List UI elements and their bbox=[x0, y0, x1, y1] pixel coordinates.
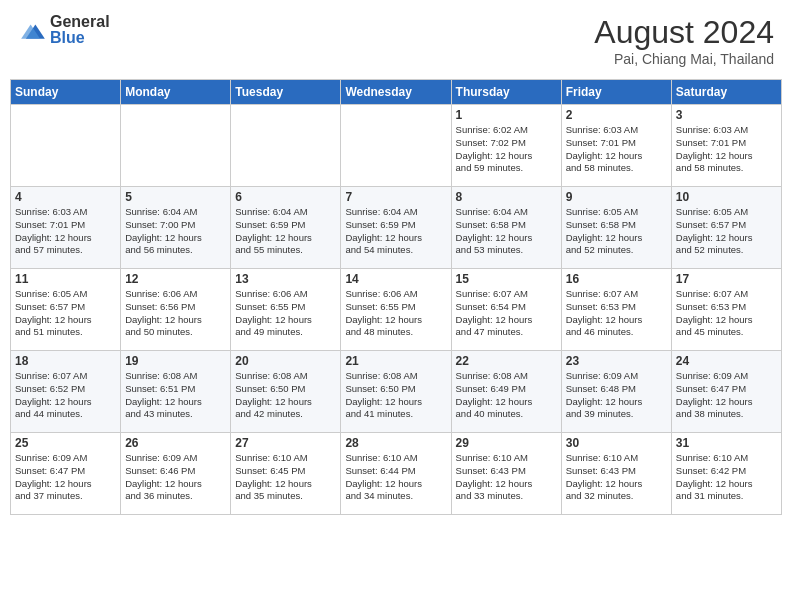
days-header-row: Sunday Monday Tuesday Wednesday Thursday… bbox=[11, 80, 782, 105]
cell-info: Sunrise: 6:07 AMSunset: 6:52 PMDaylight:… bbox=[15, 370, 116, 421]
day-number: 22 bbox=[456, 354, 557, 368]
cell-info: Sunrise: 6:08 AMSunset: 6:50 PMDaylight:… bbox=[235, 370, 336, 421]
day-number: 3 bbox=[676, 108, 777, 122]
day-number: 14 bbox=[345, 272, 446, 286]
cell-info: Sunrise: 6:03 AMSunset: 7:01 PMDaylight:… bbox=[566, 124, 667, 175]
calendar-cell: 6Sunrise: 6:04 AMSunset: 6:59 PMDaylight… bbox=[231, 187, 341, 269]
day-number: 8 bbox=[456, 190, 557, 204]
cell-info: Sunrise: 6:03 AMSunset: 7:01 PMDaylight:… bbox=[15, 206, 116, 257]
calendar-cell: 13Sunrise: 6:06 AMSunset: 6:55 PMDayligh… bbox=[231, 269, 341, 351]
cell-info: Sunrise: 6:04 AMSunset: 6:59 PMDaylight:… bbox=[345, 206, 446, 257]
calendar-cell: 30Sunrise: 6:10 AMSunset: 6:43 PMDayligh… bbox=[561, 433, 671, 515]
calendar-cell: 31Sunrise: 6:10 AMSunset: 6:42 PMDayligh… bbox=[671, 433, 781, 515]
cell-info: Sunrise: 6:10 AMSunset: 6:44 PMDaylight:… bbox=[345, 452, 446, 503]
calendar-cell: 3Sunrise: 6:03 AMSunset: 7:01 PMDaylight… bbox=[671, 105, 781, 187]
day-number: 21 bbox=[345, 354, 446, 368]
day-number: 5 bbox=[125, 190, 226, 204]
cell-info: Sunrise: 6:10 AMSunset: 6:45 PMDaylight:… bbox=[235, 452, 336, 503]
cell-info: Sunrise: 6:08 AMSunset: 6:51 PMDaylight:… bbox=[125, 370, 226, 421]
calendar-cell bbox=[11, 105, 121, 187]
calendar-week-row: 1Sunrise: 6:02 AMSunset: 7:02 PMDaylight… bbox=[11, 105, 782, 187]
calendar-cell: 19Sunrise: 6:08 AMSunset: 6:51 PMDayligh… bbox=[121, 351, 231, 433]
calendar-cell: 22Sunrise: 6:08 AMSunset: 6:49 PMDayligh… bbox=[451, 351, 561, 433]
cell-info: Sunrise: 6:07 AMSunset: 6:54 PMDaylight:… bbox=[456, 288, 557, 339]
cell-info: Sunrise: 6:10 AMSunset: 6:43 PMDaylight:… bbox=[566, 452, 667, 503]
day-number: 4 bbox=[15, 190, 116, 204]
month-year-title: August 2024 bbox=[594, 14, 774, 51]
calendar-cell: 7Sunrise: 6:04 AMSunset: 6:59 PMDaylight… bbox=[341, 187, 451, 269]
calendar-cell: 5Sunrise: 6:04 AMSunset: 7:00 PMDaylight… bbox=[121, 187, 231, 269]
day-number: 29 bbox=[456, 436, 557, 450]
day-number: 27 bbox=[235, 436, 336, 450]
calendar-cell: 10Sunrise: 6:05 AMSunset: 6:57 PMDayligh… bbox=[671, 187, 781, 269]
day-number: 19 bbox=[125, 354, 226, 368]
calendar-cell: 16Sunrise: 6:07 AMSunset: 6:53 PMDayligh… bbox=[561, 269, 671, 351]
day-number: 12 bbox=[125, 272, 226, 286]
day-number: 26 bbox=[125, 436, 226, 450]
calendar-cell: 15Sunrise: 6:07 AMSunset: 6:54 PMDayligh… bbox=[451, 269, 561, 351]
calendar-cell: 25Sunrise: 6:09 AMSunset: 6:47 PMDayligh… bbox=[11, 433, 121, 515]
calendar-cell: 9Sunrise: 6:05 AMSunset: 6:58 PMDaylight… bbox=[561, 187, 671, 269]
day-number: 11 bbox=[15, 272, 116, 286]
cell-info: Sunrise: 6:10 AMSunset: 6:43 PMDaylight:… bbox=[456, 452, 557, 503]
cell-info: Sunrise: 6:05 AMSunset: 6:57 PMDaylight:… bbox=[676, 206, 777, 257]
day-number: 9 bbox=[566, 190, 667, 204]
day-number: 10 bbox=[676, 190, 777, 204]
header-sunday: Sunday bbox=[11, 80, 121, 105]
calendar-cell: 18Sunrise: 6:07 AMSunset: 6:52 PMDayligh… bbox=[11, 351, 121, 433]
calendar-week-row: 25Sunrise: 6:09 AMSunset: 6:47 PMDayligh… bbox=[11, 433, 782, 515]
day-number: 18 bbox=[15, 354, 116, 368]
calendar-cell: 8Sunrise: 6:04 AMSunset: 6:58 PMDaylight… bbox=[451, 187, 561, 269]
calendar-week-row: 18Sunrise: 6:07 AMSunset: 6:52 PMDayligh… bbox=[11, 351, 782, 433]
cell-info: Sunrise: 6:05 AMSunset: 6:57 PMDaylight:… bbox=[15, 288, 116, 339]
day-number: 7 bbox=[345, 190, 446, 204]
day-number: 15 bbox=[456, 272, 557, 286]
header-friday: Friday bbox=[561, 80, 671, 105]
calendar-cell: 14Sunrise: 6:06 AMSunset: 6:55 PMDayligh… bbox=[341, 269, 451, 351]
location-subtitle: Pai, Chiang Mai, Thailand bbox=[594, 51, 774, 67]
cell-info: Sunrise: 6:09 AMSunset: 6:47 PMDaylight:… bbox=[15, 452, 116, 503]
calendar-cell: 29Sunrise: 6:10 AMSunset: 6:43 PMDayligh… bbox=[451, 433, 561, 515]
calendar-cell: 21Sunrise: 6:08 AMSunset: 6:50 PMDayligh… bbox=[341, 351, 451, 433]
calendar-week-row: 11Sunrise: 6:05 AMSunset: 6:57 PMDayligh… bbox=[11, 269, 782, 351]
cell-info: Sunrise: 6:06 AMSunset: 6:55 PMDaylight:… bbox=[345, 288, 446, 339]
day-number: 31 bbox=[676, 436, 777, 450]
cell-info: Sunrise: 6:07 AMSunset: 6:53 PMDaylight:… bbox=[566, 288, 667, 339]
cell-info: Sunrise: 6:04 AMSunset: 7:00 PMDaylight:… bbox=[125, 206, 226, 257]
header-wednesday: Wednesday bbox=[341, 80, 451, 105]
day-number: 1 bbox=[456, 108, 557, 122]
calendar-cell: 27Sunrise: 6:10 AMSunset: 6:45 PMDayligh… bbox=[231, 433, 341, 515]
cell-info: Sunrise: 6:02 AMSunset: 7:02 PMDaylight:… bbox=[456, 124, 557, 175]
calendar-cell: 28Sunrise: 6:10 AMSunset: 6:44 PMDayligh… bbox=[341, 433, 451, 515]
cell-info: Sunrise: 6:10 AMSunset: 6:42 PMDaylight:… bbox=[676, 452, 777, 503]
cell-info: Sunrise: 6:06 AMSunset: 6:56 PMDaylight:… bbox=[125, 288, 226, 339]
calendar-cell bbox=[121, 105, 231, 187]
calendar-cell: 23Sunrise: 6:09 AMSunset: 6:48 PMDayligh… bbox=[561, 351, 671, 433]
cell-info: Sunrise: 6:07 AMSunset: 6:53 PMDaylight:… bbox=[676, 288, 777, 339]
cell-info: Sunrise: 6:06 AMSunset: 6:55 PMDaylight:… bbox=[235, 288, 336, 339]
cell-info: Sunrise: 6:05 AMSunset: 6:58 PMDaylight:… bbox=[566, 206, 667, 257]
page-header: General Blue August 2024 Pai, Chiang Mai… bbox=[10, 10, 782, 71]
header-thursday: Thursday bbox=[451, 80, 561, 105]
day-number: 13 bbox=[235, 272, 336, 286]
logo-icon bbox=[18, 16, 48, 44]
cell-info: Sunrise: 6:08 AMSunset: 6:49 PMDaylight:… bbox=[456, 370, 557, 421]
calendar-cell bbox=[341, 105, 451, 187]
calendar-cell: 24Sunrise: 6:09 AMSunset: 6:47 PMDayligh… bbox=[671, 351, 781, 433]
day-number: 24 bbox=[676, 354, 777, 368]
logo-general-text: General bbox=[50, 14, 110, 30]
calendar-cell: 2Sunrise: 6:03 AMSunset: 7:01 PMDaylight… bbox=[561, 105, 671, 187]
day-number: 20 bbox=[235, 354, 336, 368]
calendar-cell: 4Sunrise: 6:03 AMSunset: 7:01 PMDaylight… bbox=[11, 187, 121, 269]
day-number: 16 bbox=[566, 272, 667, 286]
logo: General Blue bbox=[18, 14, 110, 46]
cell-info: Sunrise: 6:09 AMSunset: 6:47 PMDaylight:… bbox=[676, 370, 777, 421]
title-block: August 2024 Pai, Chiang Mai, Thailand bbox=[594, 14, 774, 67]
day-number: 6 bbox=[235, 190, 336, 204]
header-saturday: Saturday bbox=[671, 80, 781, 105]
cell-info: Sunrise: 6:09 AMSunset: 6:48 PMDaylight:… bbox=[566, 370, 667, 421]
logo-blue-text: Blue bbox=[50, 30, 110, 46]
cell-info: Sunrise: 6:09 AMSunset: 6:46 PMDaylight:… bbox=[125, 452, 226, 503]
calendar-cell: 26Sunrise: 6:09 AMSunset: 6:46 PMDayligh… bbox=[121, 433, 231, 515]
cell-info: Sunrise: 6:08 AMSunset: 6:50 PMDaylight:… bbox=[345, 370, 446, 421]
